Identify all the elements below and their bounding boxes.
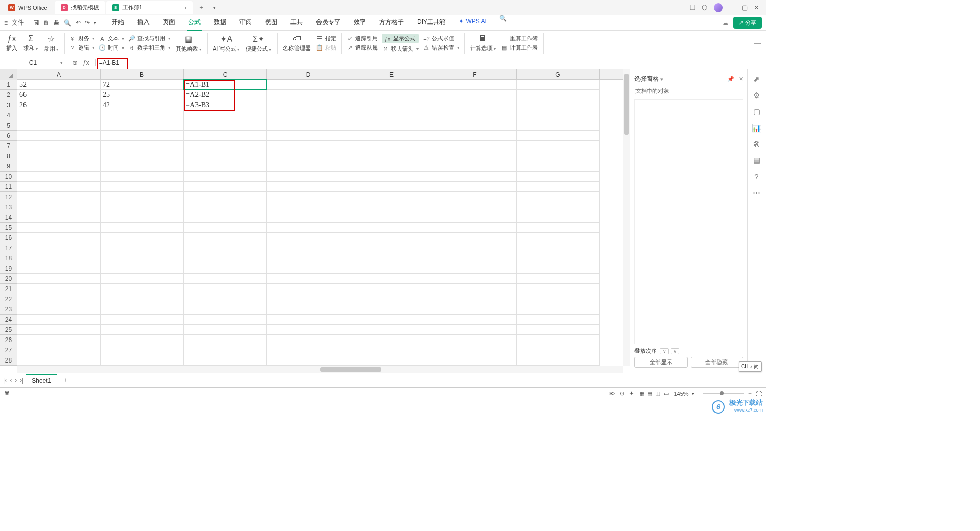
cell-A9[interactable]: [17, 161, 101, 172]
cell-E2[interactable]: [350, 90, 433, 100]
cell-E7[interactable]: [350, 141, 433, 151]
row-header[interactable]: 20: [0, 274, 17, 284]
tab-view[interactable]: 视图: [264, 15, 278, 31]
cell-C19[interactable]: [184, 263, 267, 274]
cell-E1[interactable]: [350, 80, 433, 90]
normal-view-icon[interactable]: ▦: [639, 390, 644, 397]
cell-C24[interactable]: [184, 315, 267, 325]
print-icon[interactable]: 🖶: [54, 19, 60, 27]
vertical-scrollbar[interactable]: [623, 69, 630, 366]
tab-efficiency[interactable]: 效率: [353, 15, 367, 31]
redo-icon[interactable]: ↷: [85, 19, 90, 27]
cell-F7[interactable]: [433, 141, 517, 151]
cell-D8[interactable]: [267, 151, 350, 161]
define-name-button[interactable]: ☰指定: [316, 35, 336, 42]
cell-A22[interactable]: [17, 294, 101, 304]
cell-G14[interactable]: [517, 212, 600, 223]
row-header[interactable]: 8: [0, 151, 17, 161]
cell-E4[interactable]: [350, 110, 433, 120]
cell-F12[interactable]: [433, 192, 517, 202]
cell-G5[interactable]: [517, 120, 600, 131]
cell-F3[interactable]: [433, 100, 517, 110]
cell-B27[interactable]: [101, 345, 184, 355]
cell-B22[interactable]: [101, 294, 184, 304]
autosum-button[interactable]: Σ求和▾: [22, 34, 39, 52]
cell-E8[interactable]: [350, 151, 433, 161]
lookup-fn-button[interactable]: 🔎查找与引用▾: [128, 35, 170, 42]
cell-F21[interactable]: [433, 284, 517, 294]
cell-D16[interactable]: [267, 233, 350, 243]
cell-C1[interactable]: =A1-B1: [184, 80, 267, 90]
cell-G3[interactable]: [517, 100, 600, 110]
cell-E17[interactable]: [350, 243, 433, 253]
cell-C25[interactable]: [184, 325, 267, 335]
cell-B14[interactable]: [101, 212, 184, 223]
cell-A24[interactable]: [17, 315, 101, 325]
insert-fn-button[interactable]: ƒx插入: [5, 34, 18, 52]
cell-B20[interactable]: [101, 274, 184, 284]
layout-tool-icon[interactable]: ▢: [753, 107, 761, 116]
cell-C22[interactable]: [184, 294, 267, 304]
cell-B7[interactable]: [101, 141, 184, 151]
help-icon[interactable]: ?: [754, 172, 758, 181]
cell-F11[interactable]: [433, 182, 517, 192]
cell-E21[interactable]: [350, 284, 433, 294]
cell-B8[interactable]: [101, 151, 184, 161]
paste-name-button[interactable]: 📋粘贴: [316, 44, 336, 52]
cell-G6[interactable]: [517, 131, 600, 141]
cell-A16[interactable]: [17, 233, 101, 243]
cell-G10[interactable]: [517, 172, 600, 182]
cell-D23[interactable]: [267, 304, 350, 315]
cell-E16[interactable]: [350, 233, 433, 243]
tab-review[interactable]: 审阅: [238, 15, 253, 31]
tab-data[interactable]: 数据: [213, 15, 227, 31]
cell-B10[interactable]: [101, 172, 184, 182]
recalc-workbook-button[interactable]: ≣重算工作簿: [501, 35, 538, 42]
row-header[interactable]: 13: [0, 202, 17, 212]
cell-C13[interactable]: [184, 202, 267, 212]
home-tab[interactable]: W WPS Office: [2, 1, 54, 14]
cell-A26[interactable]: [17, 335, 101, 345]
row-header[interactable]: 9: [0, 161, 17, 172]
cell-A17[interactable]: [17, 243, 101, 253]
tab-insert[interactable]: 插入: [136, 15, 151, 31]
cell-G16[interactable]: [517, 233, 600, 243]
row-header[interactable]: 4: [0, 110, 17, 120]
cell-C15[interactable]: [184, 223, 267, 233]
tab-tools[interactable]: 工具: [289, 15, 304, 31]
pane-object-list[interactable]: [634, 99, 743, 344]
cell-E25[interactable]: [350, 325, 433, 335]
cell-B12[interactable]: [101, 192, 184, 202]
convenient-fn-button[interactable]: Σ✦便捷公式▾: [244, 34, 272, 53]
cell-G8[interactable]: [517, 151, 600, 161]
cell-F16[interactable]: [433, 233, 517, 243]
math-fn-button[interactable]: θ数学和三角▾: [128, 44, 170, 52]
cell-C9[interactable]: [184, 161, 267, 172]
page-view-icon[interactable]: ▤: [647, 390, 652, 397]
cell-F17[interactable]: [433, 243, 517, 253]
row-header[interactable]: 10: [0, 172, 17, 182]
cell-F28[interactable]: [433, 355, 517, 366]
ai-status-icon[interactable]: ✦: [629, 390, 634, 397]
cell-G17[interactable]: [517, 243, 600, 253]
cell-B26[interactable]: [101, 335, 184, 345]
cell-D11[interactable]: [267, 182, 350, 192]
next-sheet-icon[interactable]: ›: [15, 377, 17, 384]
cell-A14[interactable]: [17, 212, 101, 223]
cell-D2[interactable]: [267, 90, 350, 100]
row-header[interactable]: 15: [0, 223, 17, 233]
cell-A11[interactable]: [17, 182, 101, 192]
cell-A6[interactable]: [17, 131, 101, 141]
zoom-formula-icon[interactable]: ⊕: [72, 59, 78, 66]
cell-G27[interactable]: [517, 345, 600, 355]
text-fn-button[interactable]: A文本▾: [99, 35, 124, 42]
first-sheet-icon[interactable]: |‹: [3, 377, 7, 384]
col-header-B[interactable]: B: [101, 69, 184, 79]
cell-C11[interactable]: [184, 182, 267, 192]
cell-A25[interactable]: [17, 325, 101, 335]
cell-A19[interactable]: [17, 263, 101, 274]
cell-A15[interactable]: [17, 223, 101, 233]
ime-indicator[interactable]: CH ♪ 简: [739, 361, 762, 372]
cell-D6[interactable]: [267, 131, 350, 141]
cell-B17[interactable]: [101, 243, 184, 253]
